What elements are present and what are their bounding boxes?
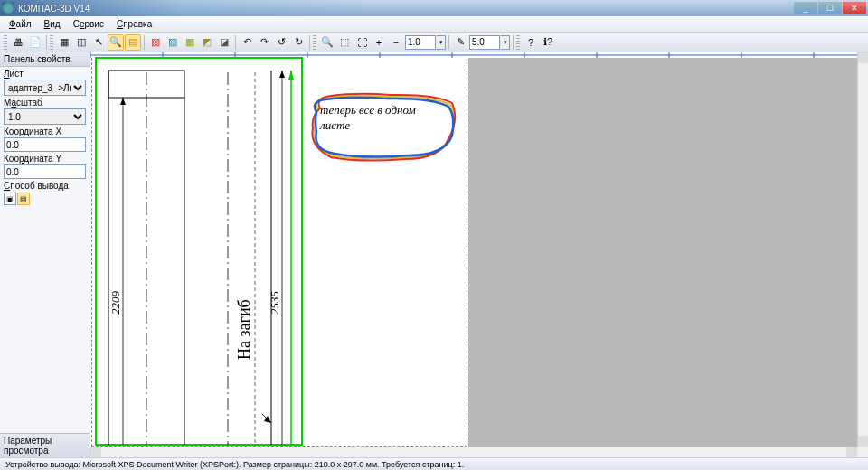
list-label: Лист (4, 69, 86, 79)
dim-left-text: 2209 (108, 291, 122, 315)
rotate-left-icon[interactable]: ↶ (239, 34, 255, 51)
redo-icon[interactable]: ↻ (290, 34, 307, 51)
menu-file[interactable]: Файл (4, 17, 37, 31)
output-label: Способ вывода (4, 181, 86, 191)
help-icon[interactable]: ? (523, 34, 539, 51)
svg-marker-26 (279, 70, 285, 78)
maximize-button[interactable]: ☐ (818, 2, 842, 14)
cursor-icon[interactable]: ↖ (90, 34, 107, 51)
panel-body: Лист адаптер_3 ->Лист 1 Масштаб 1.0 Коор… (0, 67, 90, 433)
menu-help[interactable]: Справка (111, 17, 157, 31)
color-tool-3-icon[interactable]: ▩ (182, 34, 198, 51)
color-tool-5-icon[interactable]: ◪ (216, 34, 232, 51)
props-icon[interactable]: ◫ (73, 34, 90, 51)
toolbar: 🖶 📄 ▦ ◫ ↖ 🔍 ▤ ▧ ▨ ▩ ◩ ◪ ↶ ↷ ↺ ↻ 🔍 ⬚ ⛶ + … (0, 33, 868, 52)
color-tool-1-icon[interactable]: ▧ (147, 34, 164, 51)
whats-this-icon[interactable]: ℹ? (540, 34, 556, 51)
grid-icon[interactable]: ▤ (125, 34, 141, 51)
line-width-dropdown[interactable]: ▾ (501, 35, 510, 50)
line-width-input[interactable] (469, 35, 500, 50)
toolbar-grip (4, 35, 7, 50)
canvas-background (468, 52, 857, 446)
coord-y-label: Координата Y (4, 154, 86, 164)
main: Панель свойств Лист адаптер_3 ->Лист 1 М… (0, 52, 868, 457)
center-label: На загиб (235, 299, 253, 360)
scroll-corner (857, 446, 868, 457)
coord-x-input[interactable] (4, 137, 86, 152)
status-text: Устройство вывода: Microsoft XPS Documen… (5, 460, 464, 469)
preview-icon[interactable]: 📄 (27, 34, 43, 51)
close-button[interactable]: ✕ (843, 2, 866, 14)
dim-right-text: 2535 (268, 291, 281, 315)
svg-marker-22 (288, 70, 294, 80)
menubar: Файл Вид Сервис Справка (0, 16, 868, 33)
output-mode-1[interactable]: ▣ (4, 193, 16, 205)
statusbar: Устройство вывода: Microsoft XPS Documen… (0, 457, 868, 470)
undo-icon[interactable]: ↺ (273, 34, 289, 51)
list-select[interactable]: адаптер_3 ->Лист 1 (4, 80, 86, 96)
scale-select[interactable]: 1.0 (4, 108, 86, 125)
coord-x-label: Координата X (4, 127, 86, 136)
zoom-region-icon[interactable]: ⬚ (336, 34, 353, 51)
zoom-out-icon[interactable]: − (388, 34, 404, 51)
zoom-dropdown[interactable]: ▾ (437, 35, 446, 50)
zoom-input[interactable] (405, 35, 436, 50)
annotation-text: теперь все в одном листе (320, 103, 447, 134)
rotate-right-icon[interactable]: ↷ (256, 34, 272, 51)
zoom-icon[interactable]: 🔍 (108, 34, 124, 51)
menu-service[interactable]: Сервис (68, 17, 109, 31)
toolbar-grip (516, 35, 520, 50)
scrollbar-horizontal[interactable] (90, 446, 857, 457)
panel-footer: Параметры просмотра (0, 433, 90, 457)
scale-label: Масштаб (4, 98, 86, 108)
titlebar: КОМПАС-3D V14 _ ☐ ✕ (0, 0, 868, 16)
minimize-button[interactable]: _ (794, 2, 817, 14)
canvas[interactable]: 2209 2535 На загиб теперь все в одном ли… (90, 52, 868, 457)
menu-view[interactable]: Вид (39, 17, 66, 31)
window-title: КОМПАС-3D V14 (18, 4, 90, 14)
color-tool-2-icon[interactable]: ▨ (165, 34, 181, 51)
svg-marker-24 (120, 98, 126, 105)
pen-icon[interactable]: ✎ (452, 34, 468, 51)
output-mode-2[interactable]: ▤ (17, 193, 30, 205)
properties-panel: Панель свойств Лист адаптер_3 ->Лист 1 М… (0, 52, 90, 457)
app-icon (2, 2, 14, 14)
zoom-in-icon[interactable]: + (371, 34, 387, 51)
toolbar-grip (313, 35, 316, 50)
print-icon[interactable]: 🖶 (10, 34, 26, 51)
annotation-callout: теперь все в одном листе (307, 92, 457, 163)
color-tool-4-icon[interactable]: ◩ (199, 34, 215, 51)
toolbar-grip (50, 35, 53, 50)
coord-y-input[interactable] (4, 164, 86, 179)
panel-header: Панель свойств (0, 52, 90, 67)
window-controls: _ ☐ ✕ (794, 2, 866, 14)
scrollbar-vertical[interactable] (857, 52, 868, 446)
page-fit-icon[interactable]: ⛶ (354, 34, 370, 51)
fit-icon[interactable]: ▦ (56, 34, 72, 51)
zoom-area-icon[interactable]: 🔍 (319, 34, 335, 51)
